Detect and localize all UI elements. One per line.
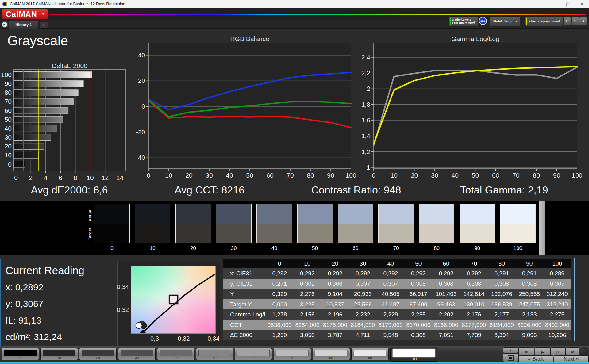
- svg-text:Gamma Log/Log: Gamma Log/Log: [451, 35, 499, 42]
- table-cell: 22,566: [349, 299, 377, 310]
- table-cell: 2,156: [294, 309, 321, 320]
- svg-text:70: 70: [5, 98, 12, 105]
- swatch-target: [257, 224, 292, 243]
- patch-button-10[interactable]: 10: [40, 348, 78, 360]
- current-reading-title: Current Reading: [6, 264, 84, 277]
- grayscale-swatch-40: [256, 204, 292, 243]
- svg-text:50: 50: [246, 172, 253, 179]
- measured-point: [141, 330, 145, 333]
- target-point-square: [169, 295, 178, 304]
- table-cell: 0,306: [321, 279, 349, 289]
- table-cell: 2,232: [349, 309, 377, 320]
- swatch-actual: [135, 204, 170, 224]
- swatch-level-label: 0: [94, 245, 130, 251]
- reading-fl: fL: 91,13: [6, 315, 41, 326]
- table-gutter: [223, 309, 228, 320]
- patch-button-60[interactable]: 60: [235, 348, 272, 360]
- double-left-chevron-icon: «: [528, 356, 531, 362]
- swatch-actual: [419, 204, 454, 224]
- patch-button-30[interactable]: 30: [118, 348, 156, 360]
- svg-text:1,2: 1,2: [361, 148, 370, 155]
- table-cell: 99,463: [432, 299, 460, 310]
- svg-text:60: 60: [266, 172, 273, 179]
- svg-text:50: 50: [5, 116, 12, 123]
- table-cell: 10,206: [543, 330, 571, 340]
- strip-scrollbar[interactable]: [539, 201, 545, 255]
- table-cell: 0,000: [266, 299, 294, 310]
- table-cell: 0,308: [460, 279, 488, 289]
- table-row: x: CIE310,2920,2920,2920,2920,2920,2920,…: [223, 268, 571, 279]
- table-cell: 0,291: [516, 268, 544, 279]
- svg-text:-40: -40: [136, 154, 145, 161]
- svg-text:70: 70: [512, 172, 519, 179]
- table-scrollbar[interactable]: [574, 258, 575, 341]
- column-header-0: 0: [266, 259, 294, 268]
- patch-button-90[interactable]: 90: [351, 348, 389, 360]
- table-cell: 8170,000: [405, 320, 433, 330]
- table-cell: 2,235: [405, 309, 433, 320]
- patch-button-100[interactable]: 100: [390, 347, 437, 362]
- patch-options-up-button[interactable]: ▲: [503, 347, 518, 353]
- table-cell: 41,487: [377, 299, 405, 310]
- bottom-accent-strip: [0, 362, 589, 364]
- svg-text:0: 0: [141, 103, 145, 110]
- patch-button-40[interactable]: 40: [157, 348, 194, 360]
- table-cell: 8194,000: [488, 320, 516, 330]
- table-cell: 2,176: [460, 309, 488, 320]
- swatch-actual: [176, 204, 211, 224]
- swatch-target: [338, 224, 373, 243]
- table-cell: 247,075: [516, 299, 544, 310]
- patch-button-20[interactable]: 20: [79, 348, 117, 360]
- patch-button-70[interactable]: 70: [274, 348, 311, 360]
- cie-chart: [131, 266, 216, 334]
- patch-swatch: [121, 350, 153, 356]
- table-cell: 0,307: [377, 279, 405, 289]
- grayscale-swatch-80: [419, 204, 454, 243]
- swatch-target: [500, 224, 535, 243]
- svg-text:40: 40: [5, 125, 12, 132]
- swatch-level-label: 50: [297, 245, 333, 251]
- patch-label: 20: [79, 356, 116, 360]
- table-cell: 3,050: [294, 330, 321, 340]
- next-button[interactable]: Next »: [554, 355, 589, 363]
- back-button[interactable]: « Back: [518, 355, 553, 363]
- patch-button-50[interactable]: 50: [196, 348, 233, 360]
- table-row: Gamma Log/Log1,2782,1562,1962,2322,2292,…: [223, 309, 571, 320]
- reading-cdm2: cd/m²: 312,24: [6, 332, 62, 342]
- patch-window-button[interactable]: [503, 353, 518, 362]
- table-cell: 0,291: [488, 268, 516, 279]
- table-row: CCT9538,0008284,0008175,0008184,0008179,…: [223, 320, 571, 330]
- svg-text:0: 0: [372, 172, 375, 179]
- target-row-label: Target: [88, 226, 92, 242]
- swatch-level-label: 90: [460, 245, 495, 251]
- column-header-60: 60: [432, 259, 460, 268]
- grayscale-swatch-60: [338, 204, 373, 243]
- swatch-level-label: 80: [419, 245, 454, 251]
- row-label: CCT: [228, 320, 266, 330]
- svg-text:90: 90: [553, 172, 560, 179]
- table-cell: 2,202: [432, 309, 460, 320]
- table-cell: 0,292: [460, 268, 488, 279]
- table-cell: 2,196: [321, 309, 349, 320]
- table-cell: 0,292: [266, 268, 294, 279]
- table-cell: 7,051: [432, 330, 460, 340]
- table-cell: 3,225: [294, 299, 321, 310]
- svg-text:14: 14: [116, 174, 124, 181]
- table-gutter: [223, 299, 228, 310]
- swatch-actual: [500, 204, 535, 224]
- patch-swatch: [198, 350, 231, 356]
- swatch-target: [379, 224, 414, 243]
- table-gutter: [223, 259, 228, 268]
- swatch-actual: [94, 204, 129, 224]
- table-cell: 2,275: [543, 309, 571, 320]
- table-cell: 7,739: [460, 330, 488, 340]
- deltae-chart: 100908070605040302010002468101214DeltaE …: [1, 62, 126, 181]
- table-row: Y0,3292,2769,10420,93340,50566,917101,40…: [223, 289, 571, 299]
- patch-button-0[interactable]: 0: [2, 348, 39, 360]
- patch-button-80[interactable]: 80: [313, 348, 350, 360]
- swatch-level-label: 30: [216, 245, 252, 251]
- table-cell: 0,292: [349, 268, 377, 279]
- table-cell: 2,133: [516, 309, 544, 320]
- swatch-actual: [257, 204, 292, 224]
- svg-text:40: 40: [452, 172, 459, 179]
